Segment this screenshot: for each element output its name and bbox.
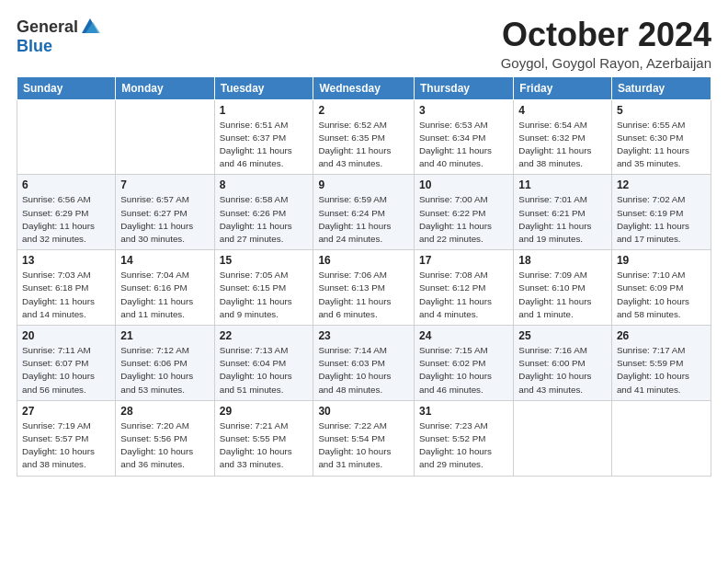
- day-detail: Sunrise: 6:51 AMSunset: 6:37 PMDaylight:…: [220, 119, 309, 171]
- day-number: 27: [22, 405, 110, 418]
- day-number: 2: [318, 104, 409, 117]
- calendar-cell: [116, 99, 214, 175]
- day-number: 30: [318, 405, 409, 418]
- day-detail: Sunrise: 7:15 AMSunset: 6:02 PMDaylight:…: [419, 344, 508, 396]
- calendar-cell: [514, 400, 612, 476]
- day-detail: Sunrise: 7:02 AMSunset: 6:19 PMDaylight:…: [617, 193, 706, 246]
- day-number: 8: [220, 178, 309, 191]
- calendar-cell: 21Sunrise: 7:12 AMSunset: 6:06 PMDayligh…: [116, 326, 214, 401]
- day-detail: Sunrise: 7:20 AMSunset: 5:56 PMDaylight:…: [120, 419, 209, 472]
- day-detail: Sunrise: 7:08 AMSunset: 6:12 PMDaylight:…: [419, 269, 508, 321]
- day-number: 18: [518, 254, 607, 267]
- weekday-saturday: Saturday: [611, 76, 711, 99]
- day-number: 31: [419, 405, 508, 418]
- day-detail: Sunrise: 7:21 AMSunset: 5:55 PMDaylight:…: [220, 419, 309, 472]
- day-detail: Sunrise: 7:04 AMSunset: 6:16 PMDaylight:…: [120, 269, 209, 321]
- header: General Blue October 2024 Goygol, Goygol…: [17, 17, 711, 71]
- day-number: 7: [120, 178, 209, 191]
- weekday-thursday: Thursday: [415, 76, 514, 99]
- week-row-1: 1Sunrise: 6:51 AMSunset: 6:37 PMDaylight…: [17, 99, 711, 175]
- calendar-cell: 25Sunrise: 7:16 AMSunset: 6:00 PMDayligh…: [514, 326, 612, 401]
- day-number: 22: [220, 329, 309, 342]
- calendar-cell: [17, 99, 116, 175]
- calendar-cell: 26Sunrise: 7:17 AMSunset: 5:59 PMDayligh…: [611, 326, 711, 401]
- logo-blue-text: Blue: [17, 37, 52, 56]
- day-detail: Sunrise: 6:53 AMSunset: 6:34 PMDaylight:…: [419, 119, 508, 171]
- calendar-cell: 13Sunrise: 7:03 AMSunset: 6:18 PMDayligh…: [17, 250, 116, 326]
- calendar-cell: 7Sunrise: 6:57 AMSunset: 6:27 PMDaylight…: [116, 175, 214, 250]
- day-number: 9: [318, 178, 409, 191]
- day-detail: Sunrise: 6:59 AMSunset: 6:24 PMDaylight:…: [318, 193, 409, 246]
- day-detail: Sunrise: 7:22 AMSunset: 5:54 PMDaylight:…: [318, 419, 409, 472]
- day-detail: Sunrise: 7:01 AMSunset: 6:21 PMDaylight:…: [518, 193, 607, 246]
- calendar-cell: 27Sunrise: 7:19 AMSunset: 5:57 PMDayligh…: [17, 400, 116, 476]
- calendar-cell: 23Sunrise: 7:14 AMSunset: 6:03 PMDayligh…: [313, 326, 415, 401]
- calendar-cell: 19Sunrise: 7:10 AMSunset: 6:09 PMDayligh…: [611, 250, 711, 326]
- day-detail: Sunrise: 7:05 AMSunset: 6:15 PMDaylight:…: [220, 269, 309, 321]
- calendar-cell: 5Sunrise: 6:55 AMSunset: 6:30 PMDaylight…: [611, 99, 711, 175]
- day-detail: Sunrise: 7:13 AMSunset: 6:04 PMDaylight:…: [220, 344, 309, 396]
- day-detail: Sunrise: 7:11 AMSunset: 6:07 PMDaylight:…: [22, 344, 110, 396]
- day-detail: Sunrise: 7:23 AMSunset: 5:52 PMDaylight:…: [419, 419, 508, 472]
- calendar-table: SundayMondayTuesdayWednesdayThursdayFrid…: [17, 76, 711, 477]
- day-number: 24: [419, 329, 508, 342]
- weekday-tuesday: Tuesday: [214, 76, 313, 99]
- day-detail: Sunrise: 7:14 AMSunset: 6:03 PMDaylight:…: [318, 344, 409, 396]
- day-detail: Sunrise: 6:56 AMSunset: 6:29 PMDaylight:…: [22, 193, 110, 246]
- calendar-cell: 16Sunrise: 7:06 AMSunset: 6:13 PMDayligh…: [313, 250, 415, 326]
- week-row-5: 27Sunrise: 7:19 AMSunset: 5:57 PMDayligh…: [17, 400, 711, 476]
- calendar-cell: 15Sunrise: 7:05 AMSunset: 6:15 PMDayligh…: [214, 250, 313, 326]
- weekday-friday: Friday: [514, 76, 612, 99]
- calendar-cell: 24Sunrise: 7:15 AMSunset: 6:02 PMDayligh…: [415, 326, 514, 401]
- calendar-cell: 3Sunrise: 6:53 AMSunset: 6:34 PMDaylight…: [415, 99, 514, 175]
- day-detail: Sunrise: 7:19 AMSunset: 5:57 PMDaylight:…: [22, 419, 110, 472]
- day-detail: Sunrise: 6:54 AMSunset: 6:32 PMDaylight:…: [518, 119, 607, 171]
- calendar-cell: 11Sunrise: 7:01 AMSunset: 6:21 PMDayligh…: [514, 175, 612, 250]
- day-number: 4: [518, 104, 607, 117]
- day-number: 17: [419, 254, 508, 267]
- day-number: 12: [617, 178, 706, 191]
- day-number: 1: [220, 104, 309, 117]
- calendar-cell: 30Sunrise: 7:22 AMSunset: 5:54 PMDayligh…: [313, 400, 415, 476]
- calendar-cell: 29Sunrise: 7:21 AMSunset: 5:55 PMDayligh…: [214, 400, 313, 476]
- month-title: October 2024: [501, 17, 711, 53]
- calendar-cell: 1Sunrise: 6:51 AMSunset: 6:37 PMDaylight…: [214, 99, 313, 175]
- day-number: 11: [518, 178, 607, 191]
- day-detail: Sunrise: 7:03 AMSunset: 6:18 PMDaylight:…: [22, 269, 110, 321]
- calendar-cell: 20Sunrise: 7:11 AMSunset: 6:07 PMDayligh…: [17, 326, 116, 401]
- calendar-cell: [611, 400, 711, 476]
- calendar-cell: 8Sunrise: 6:58 AMSunset: 6:26 PMDaylight…: [214, 175, 313, 250]
- day-number: 26: [617, 329, 706, 342]
- day-detail: Sunrise: 6:55 AMSunset: 6:30 PMDaylight:…: [617, 119, 706, 171]
- day-number: 5: [617, 104, 706, 117]
- day-number: 3: [419, 104, 508, 117]
- day-detail: Sunrise: 7:06 AMSunset: 6:13 PMDaylight:…: [318, 269, 409, 321]
- calendar-cell: 28Sunrise: 7:20 AMSunset: 5:56 PMDayligh…: [116, 400, 214, 476]
- location-title: Goygol, Goygol Rayon, Azerbaijan: [501, 55, 711, 71]
- logo-general-text: General: [17, 17, 78, 37]
- calendar-cell: 31Sunrise: 7:23 AMSunset: 5:52 PMDayligh…: [415, 400, 514, 476]
- weekday-wednesday: Wednesday: [313, 76, 415, 99]
- logo: General Blue: [17, 17, 100, 56]
- day-number: 25: [518, 329, 607, 342]
- calendar-cell: 22Sunrise: 7:13 AMSunset: 6:04 PMDayligh…: [214, 326, 313, 401]
- calendar-cell: 4Sunrise: 6:54 AMSunset: 6:32 PMDaylight…: [514, 99, 612, 175]
- day-number: 14: [120, 254, 209, 267]
- day-detail: Sunrise: 7:17 AMSunset: 5:59 PMDaylight:…: [617, 344, 706, 396]
- week-row-4: 20Sunrise: 7:11 AMSunset: 6:07 PMDayligh…: [17, 326, 711, 401]
- day-number: 29: [220, 405, 309, 418]
- week-row-2: 6Sunrise: 6:56 AMSunset: 6:29 PMDaylight…: [17, 175, 711, 250]
- day-number: 15: [220, 254, 309, 267]
- weekday-monday: Monday: [116, 76, 214, 99]
- day-detail: Sunrise: 6:58 AMSunset: 6:26 PMDaylight:…: [220, 193, 309, 246]
- day-detail: Sunrise: 7:16 AMSunset: 6:00 PMDaylight:…: [518, 344, 607, 396]
- day-number: 10: [419, 178, 508, 191]
- calendar-cell: 18Sunrise: 7:09 AMSunset: 6:10 PMDayligh…: [514, 250, 612, 326]
- title-block: October 2024 Goygol, Goygol Rayon, Azerb…: [501, 17, 711, 71]
- day-number: 23: [318, 329, 409, 342]
- calendar-cell: 17Sunrise: 7:08 AMSunset: 6:12 PMDayligh…: [415, 250, 514, 326]
- day-number: 28: [120, 405, 209, 418]
- week-row-3: 13Sunrise: 7:03 AMSunset: 6:18 PMDayligh…: [17, 250, 711, 326]
- calendar-cell: 9Sunrise: 6:59 AMSunset: 6:24 PMDaylight…: [313, 175, 415, 250]
- day-detail: Sunrise: 6:57 AMSunset: 6:27 PMDaylight:…: [120, 193, 209, 246]
